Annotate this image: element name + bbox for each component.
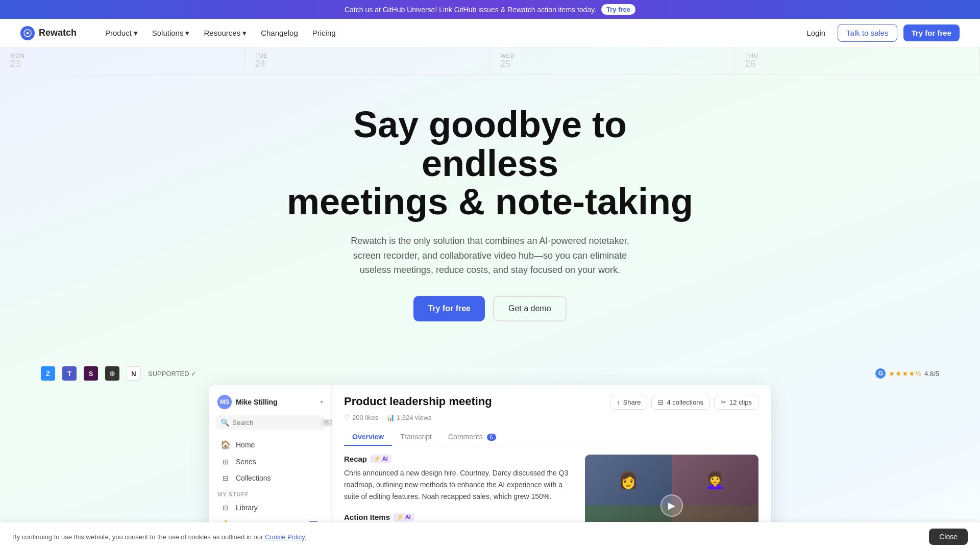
- login-button[interactable]: Login: [800, 26, 831, 40]
- rating-score: 4.8/5: [924, 370, 939, 378]
- heart-icon: ♡: [344, 414, 350, 421]
- meeting-header: Product leadership meeting ↑ Share ⊟ 4 c…: [344, 395, 758, 410]
- sidebar-item-series[interactable]: ⊞ Series: [212, 454, 328, 470]
- slack-icon: S: [84, 366, 98, 381]
- action-items-heading: Action Items ⚡ AI: [344, 513, 575, 521]
- meeting-actions: ↑ Share ⊟ 4 collections ✂ 12 clips: [610, 395, 758, 410]
- cal-day-tue: TUE 24: [245, 47, 490, 74]
- github-icon: ⊕: [105, 366, 119, 381]
- tab-comments[interactable]: Comments 6: [440, 429, 504, 446]
- hero-title: Say goodbye to endless meetings & note-t…: [286, 106, 694, 221]
- logo-icon: [20, 26, 35, 40]
- sidebar-item-home[interactable]: 🏠 Home: [212, 436, 328, 454]
- cookie-policy-link[interactable]: Cookie Policy.: [265, 533, 306, 541]
- views-meta: 📊 1,324 views: [386, 414, 432, 421]
- nav-links: Product ▾ Solutions ▾ Resources ▾ Change…: [99, 26, 790, 41]
- calendar-strip: MON 23 TUE 24 WED 25 THU 26: [0, 47, 980, 75]
- chevron-down-icon: ▾: [320, 398, 323, 406]
- nav-pricing[interactable]: Pricing: [306, 26, 342, 40]
- avatar: MS: [217, 395, 232, 409]
- logo-text: Rewatch: [39, 28, 77, 38]
- search-input[interactable]: [232, 419, 318, 427]
- recap-heading: Recap ⚡ AI: [344, 455, 575, 463]
- cookie-close-button[interactable]: Close: [929, 529, 968, 545]
- cookie-consent-bar: By continuing to use this website, you c…: [0, 522, 980, 551]
- clips-button[interactable]: ✂ 12 clips: [714, 395, 758, 410]
- library-icon: ⊟: [220, 504, 231, 512]
- nav-resources[interactable]: Resources ▾: [198, 26, 253, 41]
- integration-logos: Z T S ⊕ N SUPPORTED ✓: [41, 366, 197, 381]
- notion-icon: N: [127, 366, 141, 381]
- teams-icon: T: [62, 366, 77, 381]
- announce-bar: Catch us at GitHub Universe! Link GitHub…: [0, 0, 980, 19]
- collections-icon: ⊟: [220, 474, 231, 482]
- home-icon: 🏠: [220, 440, 231, 449]
- cookie-text: By continuing to use this website, you c…: [12, 533, 306, 541]
- user-info: MS Mike Stilling: [217, 395, 278, 409]
- hero-content: Say goodbye to endless meetings & note-t…: [0, 75, 980, 362]
- action-ai-badge: ⚡ AI: [393, 513, 414, 521]
- hero-section: MON 23 TUE 24 WED 25 THU 26 Say goodbye …: [0, 47, 980, 551]
- share-button[interactable]: ↑ Share: [610, 395, 647, 410]
- video-cell-1: 👩: [585, 455, 672, 506]
- svg-marker-1: [27, 32, 30, 35]
- meeting-meta: ♡ 200 likes · 📊 1,324 views: [344, 414, 758, 421]
- google-icon: G: [875, 368, 886, 379]
- tab-overview[interactable]: Overview: [344, 429, 392, 446]
- rating-area: G ★★★★½ 4.8/5: [875, 368, 939, 379]
- try-for-free-nav-button[interactable]: Try for free: [903, 24, 960, 41]
- nav-product[interactable]: Product ▾: [99, 26, 144, 41]
- zoom-icon: Z: [41, 366, 55, 381]
- series-icon: ⊞: [220, 458, 231, 466]
- meeting-title: Product leadership meeting: [344, 395, 492, 408]
- chevron-down-icon: ▾: [242, 29, 247, 38]
- supported-bar: Z T S ⊕ N SUPPORTED ✓ G ★★★★½ 4.8/5: [0, 362, 980, 385]
- navbar: Rewatch Product ▾ Solutions ▾ Resources …: [0, 19, 980, 47]
- user-name: Mike Stilling: [236, 398, 278, 406]
- cal-day-wed: WED 25: [490, 47, 735, 74]
- announce-text: Catch us at GitHub Universe! Link GitHub…: [345, 6, 596, 14]
- video-cell-2: 👩‍🦱: [672, 455, 758, 506]
- play-button[interactable]: ▶: [660, 494, 683, 517]
- get-demo-button[interactable]: Get a demo: [493, 296, 567, 321]
- chevron-down-icon: ▾: [185, 29, 189, 38]
- recap-text: Chris announced a new design hire, Court…: [344, 467, 575, 503]
- try-for-free-hero-button[interactable]: Try for free: [413, 296, 485, 321]
- share-icon: ↑: [617, 398, 620, 406]
- my-stuff-label: MY STUFF: [209, 486, 331, 499]
- hero-buttons: Try for free Get a demo: [10, 296, 970, 321]
- rating-stars: ★★★★½: [889, 369, 921, 378]
- talk-to-sales-button[interactable]: Talk to sales: [838, 24, 897, 42]
- sidebar-item-collections[interactable]: ⊟ Collections: [212, 470, 328, 486]
- ai-badge: ⚡ AI: [370, 455, 391, 463]
- meeting-tabs: Overview Transcript Comments 6: [344, 429, 758, 446]
- tab-transcript[interactable]: Transcript: [392, 429, 440, 446]
- supported-label: SUPPORTED ✓: [148, 370, 197, 378]
- sidebar-user[interactable]: MS Mike Stilling ▾: [209, 392, 331, 415]
- sidebar-item-library[interactable]: ⊟ Library: [212, 499, 328, 516]
- collections-button[interactable]: ⊟ 4 collections: [651, 395, 710, 410]
- sidebar-search[interactable]: 🔍 ⌘J: [215, 415, 325, 430]
- participant-face-1: 👩: [585, 455, 672, 506]
- logo[interactable]: Rewatch: [20, 26, 77, 40]
- announce-try-free[interactable]: Try free: [601, 4, 635, 15]
- hero-subtitle: Rewatch is the only solution that combin…: [342, 234, 638, 278]
- comments-count-badge: 6: [487, 434, 496, 441]
- collections-btn-icon: ⊟: [658, 398, 664, 406]
- likes-meta: ♡ 200 likes: [344, 414, 378, 421]
- chevron-down-icon: ▾: [134, 29, 138, 38]
- nav-changelog[interactable]: Changelog: [255, 26, 304, 40]
- search-icon: 🔍: [220, 418, 229, 427]
- nav-right: Login Talk to sales Try for free: [800, 24, 960, 42]
- nav-solutions[interactable]: Solutions ▾: [146, 26, 196, 41]
- clips-icon: ✂: [721, 398, 726, 406]
- participant-face-2: 👩‍🦱: [672, 455, 758, 506]
- cal-day-thu: THU 26: [735, 47, 980, 74]
- chart-icon: 📊: [386, 414, 395, 421]
- cal-day-mon: MON 23: [0, 47, 245, 74]
